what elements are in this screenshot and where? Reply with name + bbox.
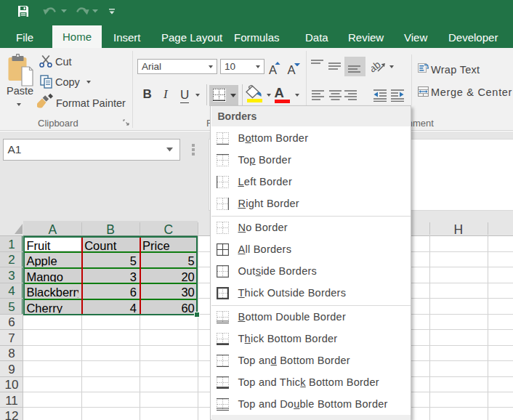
svg-text:ab: ab	[371, 59, 383, 75]
